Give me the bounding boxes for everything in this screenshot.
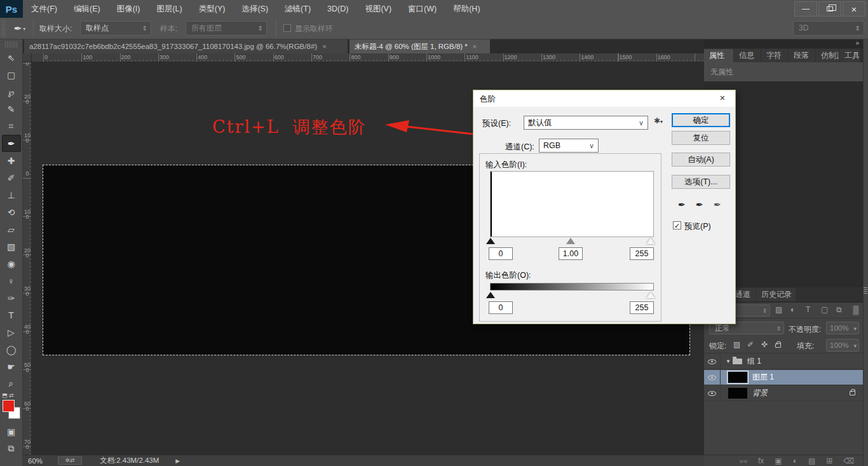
swap-colors-icon[interactable]: ⬒ ⇄ [2,392,14,399]
status-menu-arrow-icon[interactable]: ▶ [175,458,180,464]
layer-thumbnail[interactable] [728,388,747,399]
layer-name[interactable]: 背景 [752,388,768,399]
lasso-tool[interactable]: ℘ [2,83,21,100]
dodge-tool[interactable]: ♀ [2,272,21,289]
link-layers-icon[interactable]: ⧟ [740,456,747,465]
show-sampling-ring-checkbox[interactable] [283,24,291,32]
delete-layer-icon[interactable]: ⌫ [843,456,854,465]
toolbar-grip[interactable] [5,41,17,48]
marquee-tool[interactable]: ▢ [2,66,21,83]
sample-dropdown[interactable]: 所有图层 ⇕ [186,21,267,36]
output-shadow-field[interactable]: 0 [489,301,513,314]
document-tab[interactable]: a28117ac91032c7eb6bdb2c42555ea83_9173330… [24,39,348,53]
gray-point-eyedropper-icon[interactable]: ✒ [696,200,703,210]
pen-tool[interactable]: ✑ [2,289,21,306]
menu-item[interactable]: 视图(V) [356,0,400,18]
layer-name[interactable]: 组 1 [747,356,761,367]
crop-tool[interactable]: ⌗ [2,118,21,135]
dock-edge-grip[interactable] [864,287,867,294]
opacity-dropdown[interactable]: 100% ▾ [826,322,859,334]
vertical-ruler[interactable]: 3002001000100200300400500600700 [23,62,32,455]
visibility-toggle[interactable] [704,354,721,369]
workspace-dropdown[interactable]: 3D ⇕ [793,21,864,36]
filter-adjustment-layers-icon[interactable]: ◐ [790,305,795,314]
tab-info[interactable]: 信息 [734,49,761,62]
input-midtone-slider[interactable] [566,238,575,244]
lock-transparency-icon[interactable]: ▨ [733,340,740,349]
brush-tool[interactable]: ✐ [2,169,21,186]
preset-dropdown[interactable]: 默认值 ∨ [524,116,648,130]
layer-row-background[interactable]: 背景 [704,386,863,401]
history-brush-tool[interactable]: ⟲ [2,203,21,221]
preview-checkbox[interactable]: ✓ [673,221,681,230]
ruler-origin-corner[interactable] [23,53,32,62]
output-shadow-slider[interactable] [486,292,495,298]
input-shadow-slider[interactable] [486,238,495,244]
group-expander-icon[interactable]: ▼ [726,359,731,364]
close-button[interactable]: × [843,1,865,17]
document-tab-active[interactable]: 未标题-4 @ 60% (图层 1, RGB/8) * × [349,39,491,53]
quick-selection-tool[interactable]: ✎ [2,100,21,118]
add-mask-icon[interactable]: ▣ [775,456,782,465]
output-gradient-bar[interactable] [490,283,654,291]
input-midtone-field[interactable]: 1.00 [559,247,583,260]
black-point-eyedropper-icon[interactable]: ✒ [678,200,686,210]
move-tool[interactable]: ⇖ [2,49,21,66]
visibility-toggle[interactable] [704,370,721,385]
layer-row-selected[interactable]: 图层 1 [704,370,863,385]
fill-dropdown[interactable]: 100% ▾ [826,339,859,352]
menu-item[interactable]: 类型(Y) [191,0,234,18]
input-highlight-field[interactable]: 255 [630,247,654,260]
dialog-close-icon[interactable]: × [716,92,729,103]
menu-item[interactable]: 编辑(E) [65,0,109,18]
path-selection-tool[interactable]: ▷ [2,324,21,341]
options-bar-grip[interactable] [1,20,6,37]
menu-item[interactable]: 滤镜(T) [276,0,319,18]
dock-edge-strip[interactable] [863,39,868,466]
menu-item[interactable]: 帮助(H) [445,0,488,18]
sample-size-dropdown[interactable]: 取样点 ⇕ [80,21,151,36]
zoom-level-field[interactable]: 60% [28,457,43,465]
filter-toggle[interactable] [853,305,859,315]
menu-item[interactable]: 图像(I) [109,0,149,18]
gradient-tool[interactable]: ▧ [2,238,21,255]
tab-paragraph[interactable]: 段落 [789,49,815,62]
screen-mode-button[interactable]: ⧉ [2,440,21,457]
menu-item[interactable]: 3D(D) [319,0,356,18]
layer-effects-icon[interactable]: fx [758,456,764,465]
input-shadow-field[interactable]: 0 [489,247,513,260]
layer-row-group[interactable]: ▼ 组 1 [704,354,863,369]
layer-thumbnail[interactable] [728,372,747,383]
current-tool-button[interactable]: ✒ ▾ [9,21,31,36]
quick-mask-button[interactable]: ▣ [2,423,21,440]
filter-shape-layers-icon[interactable]: ▢ [821,305,828,314]
tab-properties[interactable]: 属性 [704,49,733,62]
menu-item[interactable]: 图层(L) [148,0,190,18]
white-point-eyedropper-icon[interactable]: ✒ [714,200,721,210]
filter-smart-objects-icon[interactable]: ⧉ [836,305,842,314]
healing-brush-tool[interactable]: ✚ [2,152,21,169]
type-tool[interactable]: T [2,306,21,324]
shape-tool[interactable]: ◯ [2,341,21,358]
visibility-toggle[interactable] [704,386,721,401]
output-highlight-slider[interactable] [646,292,655,298]
minimize-button[interactable]: — [794,1,817,17]
auto-button[interactable]: 自动(A) [672,153,730,167]
close-tab-icon[interactable]: × [322,43,326,50]
hand-tool[interactable]: ☛ [2,358,21,375]
menu-item[interactable]: 窗口(W) [400,0,445,18]
menu-item[interactable]: 文件(F) [23,0,65,18]
tab-character[interactable]: 字符 [761,49,788,62]
horizontal-ruler[interactable]: 0100200300400500600700800900100011001200… [32,53,704,62]
foreground-color-swatch[interactable] [3,400,15,412]
menu-item[interactable]: 选择(S) [233,0,276,18]
collapse-panels-icon[interactable]: » [855,39,859,46]
reset-button[interactable]: 复位 [672,131,730,145]
new-layer-icon[interactable]: ⊞ [826,456,832,465]
blur-tool[interactable]: ◉ [2,255,21,272]
new-group-icon[interactable]: ▤ [808,456,815,465]
dialog-title-bar[interactable]: 色阶 × [473,90,735,107]
close-tab-icon[interactable]: × [473,43,477,50]
filter-pixel-layers-icon[interactable]: ▨ [775,305,782,314]
zoom-tool[interactable]: ⌕ [2,375,21,392]
